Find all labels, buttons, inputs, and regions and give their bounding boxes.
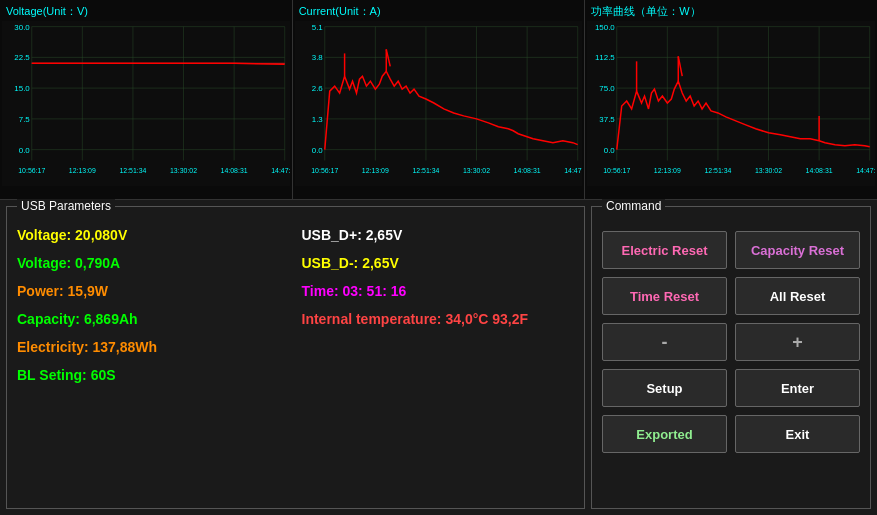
exported-button[interactable]: Exported xyxy=(602,415,727,453)
charts-section: Voltage(Unit：V) 30.0 22.5 15.0 xyxy=(0,0,877,200)
svg-text:2.6: 2.6 xyxy=(311,84,323,93)
command-title: Command xyxy=(602,199,665,213)
svg-text:10:56:17: 10:56:17 xyxy=(311,167,338,174)
voltage-chart-title: Voltage(Unit：V) xyxy=(2,2,290,21)
svg-text:0.0: 0.0 xyxy=(19,146,31,155)
current-chart-title: Current(Unit：A) xyxy=(295,2,583,21)
voltage-param: Voltage: 20,080V xyxy=(17,227,290,243)
time-param: Time: 03: 51: 16 xyxy=(302,283,575,299)
usbdm-param: USB_D-: 2,65V xyxy=(302,255,575,271)
current-param: Voltage: 0,790A xyxy=(17,255,290,271)
svg-text:7.5: 7.5 xyxy=(19,115,31,124)
power-chart-area: 150.0 112.5 75.0 37.5 0.0 10:56:17 12:13… xyxy=(587,21,875,186)
svg-text:150.0: 150.0 xyxy=(595,23,615,32)
bottom-section: USB Parameters Voltage: 20,080V USB_D+: … xyxy=(0,200,877,515)
capacity-param: Capacity: 6,869Ah xyxy=(17,311,290,327)
svg-text:10:56:17: 10:56:17 xyxy=(18,167,45,174)
bl-param: BL Seting: 60S xyxy=(17,367,290,383)
svg-text:15.0: 15.0 xyxy=(14,84,30,93)
svg-text:30.0: 30.0 xyxy=(14,23,30,32)
svg-text:14:47:03: 14:47:03 xyxy=(271,167,289,174)
exit-button[interactable]: Exit xyxy=(735,415,860,453)
voltage-chart-area: 30.0 22.5 15.0 7.5 0.0 10:56:17 12:13:09… xyxy=(2,21,290,186)
svg-text:12:13:09: 12:13:09 xyxy=(654,167,681,174)
svg-text:1.3: 1.3 xyxy=(311,115,323,124)
svg-text:75.0: 75.0 xyxy=(600,84,616,93)
current-chart: Current(Unit：A) 5.1 3.8 2.6 1.3 0.0 xyxy=(293,0,586,199)
svg-text:12:13:09: 12:13:09 xyxy=(69,167,96,174)
svg-text:14:08:31: 14:08:31 xyxy=(806,167,833,174)
command-panel: Command Electric Reset Capacity Reset Ti… xyxy=(591,206,871,509)
svg-text:13:30:02: 13:30:02 xyxy=(463,167,490,174)
power-chart-title: 功率曲线（单位：W） xyxy=(587,2,875,21)
svg-text:12:51:34: 12:51:34 xyxy=(412,167,439,174)
svg-text:14:47:03: 14:47:03 xyxy=(564,167,582,174)
command-grid: Electric Reset Capacity Reset Time Reset… xyxy=(602,231,860,453)
electricity-param: Electricity: 137,88Wh xyxy=(17,339,290,355)
svg-text:10:56:17: 10:56:17 xyxy=(604,167,631,174)
svg-text:14:08:31: 14:08:31 xyxy=(513,167,540,174)
voltage-chart: Voltage(Unit：V) 30.0 22.5 15.0 xyxy=(0,0,293,199)
plus-button[interactable]: + xyxy=(735,323,860,361)
enter-button[interactable]: Enter xyxy=(735,369,860,407)
usb-params-title: USB Parameters xyxy=(17,199,115,213)
svg-text:13:30:02: 13:30:02 xyxy=(170,167,197,174)
current-chart-area: 5.1 3.8 2.6 1.3 0.0 10:56:17 12:13:09 12… xyxy=(295,21,583,186)
svg-text:3.8: 3.8 xyxy=(311,53,323,62)
svg-text:5.1: 5.1 xyxy=(311,23,323,32)
svg-text:12:51:34: 12:51:34 xyxy=(119,167,146,174)
svg-text:12:51:34: 12:51:34 xyxy=(705,167,732,174)
usbdp-param: USB_D+: 2,65V xyxy=(302,227,575,243)
params-grid: Voltage: 20,080V USB_D+: 2,65V Voltage: … xyxy=(17,227,574,383)
svg-text:12:13:09: 12:13:09 xyxy=(362,167,389,174)
power-param: Power: 15,9W xyxy=(17,283,290,299)
svg-text:0.0: 0.0 xyxy=(604,146,616,155)
svg-text:22.5: 22.5 xyxy=(14,53,30,62)
svg-text:13:30:02: 13:30:02 xyxy=(755,167,782,174)
capacity-reset-button[interactable]: Capacity Reset xyxy=(735,231,860,269)
all-reset-button[interactable]: All Reset xyxy=(735,277,860,315)
time-reset-button[interactable]: Time Reset xyxy=(602,277,727,315)
minus-button[interactable]: - xyxy=(602,323,727,361)
svg-text:37.5: 37.5 xyxy=(600,115,616,124)
svg-text:112.5: 112.5 xyxy=(595,53,615,62)
power-chart: 功率曲线（单位：W） 150.0 112.5 75.0 37.5 0.0 xyxy=(585,0,877,199)
svg-text:14:08:31: 14:08:31 xyxy=(221,167,248,174)
setup-button[interactable]: Setup xyxy=(602,369,727,407)
usb-params-panel: USB Parameters Voltage: 20,080V USB_D+: … xyxy=(6,206,585,509)
electric-reset-button[interactable]: Electric Reset xyxy=(602,231,727,269)
svg-text:0.0: 0.0 xyxy=(311,146,323,155)
temp-param: Internal temperature: 34,0°C 93,2F xyxy=(302,311,575,327)
svg-text:14:47:03: 14:47:03 xyxy=(857,167,875,174)
